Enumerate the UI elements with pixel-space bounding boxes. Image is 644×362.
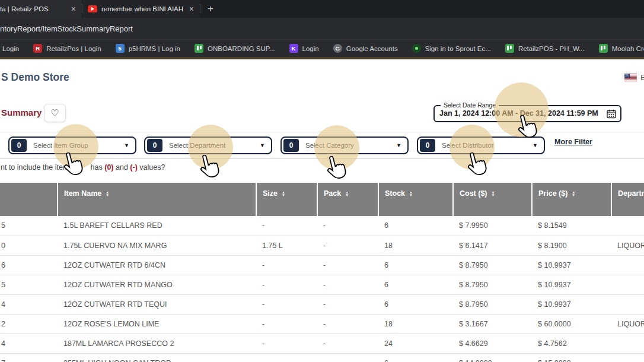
cell-size: 1.75 L xyxy=(256,236,317,255)
cell-pack: - xyxy=(317,216,378,236)
new-tab-button[interactable]: + xyxy=(200,3,221,15)
column-header-stock[interactable]: Stock▲▼ xyxy=(378,183,453,216)
column-label: Item Name xyxy=(64,189,101,198)
cell-stock: 24 xyxy=(378,334,453,353)
table-body: 51.5L BAREFT CELLARS RED--6$ 7.9950$ 8.1… xyxy=(0,216,644,362)
table-row[interactable]: 212OZ ROSE'S LEMON LIME--18$ 3.1667$ 60.… xyxy=(0,314,644,334)
column-label: Department xyxy=(618,189,644,198)
bookmark-item[interactable]: GGoogle Accounts xyxy=(333,44,398,53)
cell-price: $ 15.0000 xyxy=(532,353,611,362)
cell-item-code: 7 xyxy=(0,353,58,362)
bookmark-label: RetailzPOS - PH_W... xyxy=(518,45,585,52)
column-header-item-name[interactable]: Item Name▲▼ xyxy=(58,183,256,216)
tab-retailz-pos[interactable]: ta | Retailz POS × xyxy=(0,0,82,18)
table-row[interactable]: 7355ML HIGH NOON CAN TROP--6$ 14.0000$ 1… xyxy=(0,353,644,362)
item-group-dropdown[interactable]: 0 Select Item Group ▼ xyxy=(8,136,136,154)
bookmark-item[interactable]: RetailzPOS - PH_W... xyxy=(505,44,585,53)
k-icon: K xyxy=(289,44,298,53)
tab-title: remember when BINI AIAH did xyxy=(101,5,184,12)
store-title: S Demo Store xyxy=(1,71,69,84)
date-range-label: Select Date Range xyxy=(441,101,499,109)
count-badge: 0 xyxy=(11,139,27,152)
table-row[interactable]: 412OZ CUTWATER RTD TEQUI--6$ 8.7950$ 10.… xyxy=(0,294,644,314)
cell-stock: 6 xyxy=(378,255,453,275)
category-dropdown[interactable]: 0 Select Category ▼ xyxy=(280,136,409,154)
cell-item-name: 1.5L BAREFT CELLARS RED xyxy=(58,216,256,236)
trello-icon xyxy=(195,44,203,53)
calendar-icon[interactable] xyxy=(607,109,616,119)
cell-item-name: 12OZ CUTWATER RTD TEQUI xyxy=(58,294,256,314)
heart-icon: ♡ xyxy=(50,107,59,119)
tab-youtube[interactable]: remember when BINI AIAH did × xyxy=(82,0,200,18)
tab-title: ta | Retailz POS xyxy=(0,5,66,12)
column-header-price[interactable]: Price ($)▲▼ xyxy=(532,183,611,216)
sprout-icon xyxy=(412,44,421,53)
distributor-dropdown[interactable]: 0 Select Distributor ▼ xyxy=(417,136,545,154)
cell-cost: $ 3.1667 xyxy=(453,314,532,334)
bookmark-label: Login xyxy=(302,45,319,52)
cell-price: $ 8.1549 xyxy=(532,216,611,236)
address-bar[interactable]: ntoryReport/ItemStockSummaryReport xyxy=(0,18,644,39)
column-header-department[interactable]: Department▲▼ xyxy=(611,183,644,216)
cell-stock: 6 xyxy=(378,216,453,236)
cell-price: $ 8.1900 xyxy=(532,236,611,255)
bookmark-label: Login xyxy=(2,45,19,52)
tab-strip: ta | Retailz POS × remember when BINI AI… xyxy=(0,0,644,18)
cell-item-name: 12OZ CUTWATER RTD MANGO xyxy=(58,275,256,294)
bookmark-item[interactable]: 5p5HRMS | Log in xyxy=(116,44,180,53)
count-badge: 0 xyxy=(420,139,435,152)
table-row[interactable]: 4187ML LAMARCA PROSECCO 2--24$ 4.6629$ 4… xyxy=(0,334,644,353)
cell-price: $ 60.0000 xyxy=(532,314,611,334)
cell-cost: $ 7.9950 xyxy=(453,216,532,236)
table-row[interactable]: 612OZ CUTWATER RTD 6/4CN--6$ 8.7950$ 10.… xyxy=(0,255,644,275)
column-header-cost[interactable]: Cost ($)▲▼ xyxy=(453,183,532,216)
column-header-pack[interactable]: Pack▲▼ xyxy=(317,183,378,216)
cell-item-code: 5 xyxy=(0,275,58,294)
bookmark-item[interactable]: ONBOARDING SUP... xyxy=(195,44,275,53)
date-range-field[interactable]: Select Date Range Jan 1, 2024 12:00 AM -… xyxy=(433,105,621,122)
tab-close-icon[interactable]: × xyxy=(66,4,82,14)
cell-stock: 18 xyxy=(378,314,453,334)
language-selector[interactable]: E xyxy=(624,73,644,82)
negative-value: (-) xyxy=(130,163,138,172)
bookmark-item[interactable]: KLogin xyxy=(289,44,319,53)
cell-size: - xyxy=(256,353,317,362)
bookmark-item[interactable]: Login xyxy=(2,45,19,52)
sort-icon[interactable]: ▲▼ xyxy=(409,191,413,197)
include-zero-question: nt to include the itemshas (0) and (-) v… xyxy=(1,163,165,172)
cell-stock: 6 xyxy=(378,353,453,362)
sort-icon[interactable]: ▲▼ xyxy=(572,191,575,197)
chevron-down-icon: ▼ xyxy=(124,142,129,148)
column-header-size[interactable]: Size▲▼ xyxy=(256,183,317,216)
table-row[interactable]: 51.5L BAREFT CELLARS RED--6$ 7.9950$ 8.1… xyxy=(0,216,644,236)
cell-pack: - xyxy=(317,353,378,362)
more-filter-link[interactable]: More Filter xyxy=(554,138,592,146)
favorite-button[interactable]: ♡ xyxy=(44,104,66,122)
cell-item-code: 2 xyxy=(0,314,58,334)
cell-item-name: 355ML HIGH NOON CAN TROP xyxy=(58,353,256,362)
table-row[interactable]: 01.75L CUERVO NA MIX MARG1.75 L-18$ 6.14… xyxy=(0,236,644,255)
sort-icon[interactable]: ▲▼ xyxy=(106,191,109,197)
cell-cost: $ 8.7950 xyxy=(453,294,532,314)
sort-icon[interactable]: ▲▼ xyxy=(345,191,349,197)
tab-close-icon[interactable]: × xyxy=(184,4,200,14)
dropdown-label: Select Category xyxy=(305,142,354,149)
table-row[interactable]: 512OZ CUTWATER RTD MANGO--6$ 8.7950$ 10.… xyxy=(0,275,644,294)
cell-price: $ 10.9937 xyxy=(532,255,611,275)
sort-icon[interactable]: ▲▼ xyxy=(492,191,495,197)
cell-size: - xyxy=(256,334,317,353)
bookmark-item[interactable]: Sign in to Sprout Ec... xyxy=(412,44,491,53)
trello-icon xyxy=(599,44,608,53)
cell-cost: $ 14.0000 xyxy=(453,353,532,362)
department-dropdown[interactable]: 0 Select Department ▼ xyxy=(144,136,272,154)
bookmark-item[interactable]: Moolah Credentials... xyxy=(599,44,644,53)
cell-item-name: 1.75L CUERVO NA MIX MARG xyxy=(58,236,256,255)
count-badge: 0 xyxy=(147,139,162,152)
table-header-row: Item Name▲▼Size▲▼Pack▲▼Stock▲▼Cost ($)▲▼… xyxy=(0,183,644,216)
cell-item-name: 12OZ CUTWATER RTD 6/4CN xyxy=(58,255,256,275)
bookmark-item[interactable]: RRetailzPos | Login xyxy=(33,44,101,53)
cell-item-code: 6 xyxy=(0,255,58,275)
sort-icon[interactable]: ▲▼ xyxy=(282,191,285,197)
column-label: Pack xyxy=(324,189,341,198)
cell-pack: - xyxy=(317,275,378,294)
